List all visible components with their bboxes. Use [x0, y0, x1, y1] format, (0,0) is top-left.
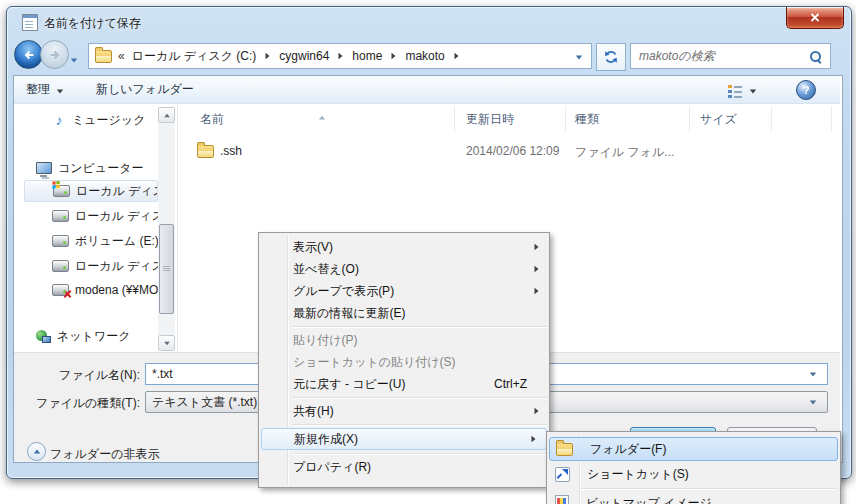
scrollbar-down-button[interactable]: [158, 335, 175, 351]
help-button[interactable]: ?: [796, 80, 816, 100]
search-input[interactable]: makotoの検索: [630, 43, 831, 69]
context-menu: 表示(V)並べ替え(O)グループで表示(P)最新の情報に更新(E)貼り付け(P)…: [258, 232, 550, 488]
column-header-label: サイズ: [700, 111, 737, 128]
search-icon: [809, 50, 822, 63]
sidebar-item-label: ミュージック: [72, 112, 145, 129]
file-row-ssh[interactable]: .ssh 2014/02/06 12:09 ファイル フォル...: [180, 140, 770, 163]
menu-item-share[interactable]: 共有(H): [259, 400, 549, 422]
submenu-arrow-icon: [534, 404, 539, 418]
close-icon: [810, 13, 820, 22]
menu-item-undo-copy[interactable]: 元に戻す - コピー(U)Ctrl+Z: [259, 373, 549, 395]
column-header-2[interactable]: 種類: [566, 106, 690, 132]
new-folder-button[interactable]: 新しいフォルダー: [90, 80, 200, 99]
menu-item-label: 最新の情報に更新(E): [293, 305, 406, 322]
menu-item-properties[interactable]: プロパティ(R): [259, 456, 549, 478]
drive-icon: [52, 210, 69, 222]
sidebar-item-local-disk-2[interactable]: ローカル ディス: [16, 205, 158, 227]
breadcrumb-chevron-icon[interactable]: [339, 53, 343, 59]
chevron-down-icon: [56, 83, 64, 97]
file-type: ファイル フォル...: [575, 144, 674, 161]
sidebar-item-label: modena (¥¥MO: [75, 283, 158, 297]
window-title: 名前を付けて保存: [44, 15, 141, 32]
menu-item-paste-shortcut[interactable]: ショートカットの貼り付け(S): [259, 351, 549, 373]
sidebar-item-label: ローカル ディス: [75, 258, 158, 275]
submenu-item-bitmap-image[interactable]: ビットマップ イメージ: [547, 491, 840, 504]
breadcrumb-chevron-icon[interactable]: [392, 53, 396, 59]
chevron-down-icon[interactable]: [810, 372, 816, 376]
breadcrumb-chevron-icon[interactable]: [454, 53, 458, 59]
search-placeholder: makotoの検索: [639, 48, 715, 65]
bitmap-image-icon: [555, 495, 569, 504]
submenu-item-label: ショートカット(S): [587, 466, 689, 483]
breadcrumb-item-3[interactable]: makoto: [402, 49, 447, 63]
sidebar-item-volume-e[interactable]: ボリューム (E:): [16, 230, 158, 252]
sidebar-item-computer[interactable]: コンピューター: [16, 157, 158, 179]
close-button[interactable]: [786, 7, 844, 29]
menu-item-paste[interactable]: 貼り付け(P): [259, 329, 549, 351]
menu-item-new[interactable]: 新規作成(X): [261, 428, 547, 450]
menu-item-label: 貼り付け(P): [293, 332, 358, 349]
menu-item-label: 新規作成(X): [294, 431, 358, 448]
address-dropdown-icon[interactable]: [575, 49, 583, 63]
organize-button[interactable]: 整理: [20, 80, 70, 99]
menu-item-label: ショートカットの貼り付け(S): [293, 354, 456, 371]
menu-item-label: 元に戻す - コピー(U): [293, 376, 405, 393]
breadcrumb-item-2[interactable]: home: [349, 49, 385, 63]
menu-item-view[interactable]: 表示(V): [259, 236, 549, 258]
sidebar-item-label: コンピューター: [58, 160, 143, 177]
breadcrumb-chevron-icon[interactable]: [266, 53, 270, 59]
network-drive-offline-icon: [52, 284, 69, 296]
hide-folders-label: フォルダーの非表示: [50, 446, 159, 463]
network-icon: [36, 330, 51, 343]
submenu-item-folder[interactable]: フォルダー(F): [549, 437, 838, 461]
refresh-button[interactable]: [596, 43, 626, 71]
filename-label: ファイル名(N):: [18, 367, 140, 384]
submenu-item-label: フォルダー(F): [590, 441, 666, 458]
sidebar-item-label: ローカル ディス: [75, 208, 158, 225]
filetype-value: テキスト文書 (*.txt): [152, 394, 257, 411]
recent-pages-dropdown-icon[interactable]: [70, 52, 78, 66]
back-button[interactable]: [14, 40, 43, 69]
breadcrumb-item-1[interactable]: cygwin64: [276, 49, 332, 63]
forward-button[interactable]: [40, 40, 69, 69]
submenu-item-shortcut[interactable]: ショートカット(S): [547, 462, 840, 486]
submenu-arrow-icon: [534, 262, 539, 276]
chevron-down-icon[interactable]: [810, 400, 816, 404]
refresh-icon: [604, 50, 618, 64]
file-name: .ssh: [220, 144, 242, 158]
sidebar-item-modena[interactable]: modena (¥¥MO: [16, 279, 158, 301]
scrollbar-thumb[interactable]: [159, 224, 174, 314]
drive-icon: [52, 260, 69, 272]
sidebar-item-music[interactable]: ♪ミュージック: [16, 109, 158, 131]
sidebar-item-local-disk-3[interactable]: ローカル ディス: [16, 255, 158, 277]
menu-item-refresh[interactable]: 最新の情報に更新(E): [259, 302, 549, 324]
hide-folders-button[interactable]: [27, 442, 46, 461]
computer-icon: [36, 162, 52, 174]
menu-item-group-by[interactable]: グループで表示(P): [259, 280, 549, 302]
menu-item-sort-by[interactable]: 並べ替え(O): [259, 258, 549, 280]
folder-icon: [556, 443, 573, 456]
notepad-icon: [22, 14, 38, 31]
column-header-blank[interactable]: [772, 106, 832, 132]
folder-icon: [197, 145, 214, 158]
menu-item-label: 表示(V): [293, 239, 333, 256]
change-view-button[interactable]: [727, 81, 763, 99]
navigation-pane: ♪ミュージックコンピューターローカル ディスローカル ディスボリューム (E:)…: [16, 104, 158, 352]
sidebar-item-network[interactable]: ネットワーク: [16, 325, 158, 347]
pane-divider: [177, 104, 178, 352]
chevron-down-icon: [576, 56, 582, 60]
column-header-3[interactable]: サイズ: [690, 106, 772, 132]
windows-flag-icon: [52, 181, 55, 185]
breadcrumb-item-0[interactable]: ローカル ディスク (C:): [129, 48, 260, 65]
column-header-1[interactable]: 更新日時: [455, 106, 566, 132]
scrollbar-up-button[interactable]: [158, 107, 175, 123]
new-folder-label: 新しいフォルダー: [96, 81, 194, 98]
breadcrumb[interactable]: «ローカル ディスク (C:)cygwin64homemakoto: [88, 43, 592, 69]
back-arrow-icon: [22, 48, 36, 62]
offline-x-icon: [63, 289, 72, 298]
organize-label: 整理: [26, 81, 50, 98]
sidebar-item-local-disk-c[interactable]: ローカル ディス: [24, 180, 158, 202]
sort-ascending-icon: [318, 109, 326, 123]
menu-item-label: プロパティ(R): [293, 459, 371, 476]
submenu-arrow-icon: [534, 284, 539, 298]
